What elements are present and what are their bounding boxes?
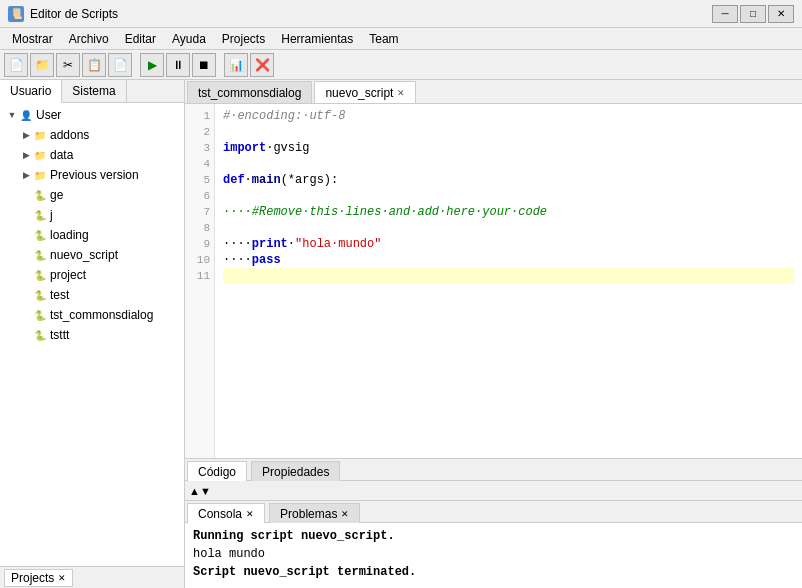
menu-ayuda[interactable]: Ayuda (164, 30, 214, 48)
tab-propiedades-label: Propiedades (262, 465, 329, 479)
tree-j[interactable]: 🐍 j (0, 205, 184, 225)
tree-ge[interactable]: 🐍 ge (0, 185, 184, 205)
tree-tsttt-label: tsttt (50, 328, 69, 342)
paste-button[interactable]: 📄 (108, 53, 132, 77)
tab-propiedades[interactable]: Propiedades (251, 461, 340, 481)
maximize-button[interactable]: □ (740, 5, 766, 23)
tree-addons-label: addons (50, 128, 89, 142)
minimize-button[interactable]: ─ (712, 5, 738, 23)
bottom-panel: Código Propiedades ▲ ▼ Consola ✕ Problem… (185, 458, 802, 588)
tab-problemas[interactable]: Problemas ✕ (269, 503, 360, 523)
tree-test-label: test (50, 288, 69, 302)
new-file-button[interactable]: 📄 (4, 53, 28, 77)
app-icon: 📜 (8, 6, 24, 22)
tree-root[interactable]: ▼ 👤 User (0, 105, 184, 125)
chart-button[interactable]: 📊 (224, 53, 248, 77)
window-controls: ─ □ ✕ (712, 5, 794, 23)
code-line-3: import·gvsig (223, 140, 794, 156)
console-line-2: hola mundo (193, 545, 794, 563)
menu-herramientas[interactable]: Herramientas (273, 30, 361, 48)
tools-button[interactable]: ❌ (250, 53, 274, 77)
console-tabs: Consola ✕ Problemas ✕ (185, 501, 802, 523)
tab-nuevo-label: nuevo_script (325, 86, 393, 100)
tree-previous-version[interactable]: ▶ 📁 Previous version (0, 165, 184, 185)
menu-archivo[interactable]: Archivo (61, 30, 117, 48)
tree-tsttt[interactable]: 🐍 tsttt (0, 325, 184, 345)
tree-project-label: project (50, 268, 86, 282)
tree-project[interactable]: 🐍 project (0, 265, 184, 285)
pause-button[interactable]: ⏸ (166, 53, 190, 77)
file-ge-icon: 🐍 (32, 187, 48, 203)
code-line-11 (223, 268, 794, 284)
code-area[interactable]: 1 2 3 4 5 6 7 8 9 10 11 #·encoding:·utf-… (185, 104, 802, 458)
expand-data[interactable]: ▶ (20, 149, 32, 161)
stop-button[interactable]: ⏹ (192, 53, 216, 77)
tab-consola-label: Consola (198, 507, 242, 521)
tab-consola-close[interactable]: ✕ (246, 509, 254, 519)
menu-editar[interactable]: Editar (117, 30, 164, 48)
code-line-8 (223, 220, 794, 236)
tab-tst-label: tst_commonsdialog (198, 86, 301, 100)
code-content: #·encoding:·utf-8 import·gvsig def·main(… (215, 104, 802, 458)
close-button[interactable]: ✕ (768, 5, 794, 23)
tab-problemas-close[interactable]: ✕ (341, 509, 349, 519)
expand-previous-version[interactable]: ▶ (20, 169, 32, 181)
code-line-1: #·encoding:·utf-8 (223, 108, 794, 124)
code-line-7: ····#Remove·this·lines·and·add·here·your… (223, 204, 794, 220)
tab-codigo-label: Código (198, 465, 236, 479)
tab-nuevo-close[interactable]: ✕ (397, 88, 405, 98)
tree-tst-label: tst_commonsdialog (50, 308, 153, 322)
copy-button[interactable]: 📋 (82, 53, 106, 77)
tree-nuevo-script[interactable]: 🐍 nuevo_script (0, 245, 184, 265)
right-panel: tst_commonsdialog nuevo_script ✕ 1 2 3 4… (185, 80, 802, 588)
left-tabs: Usuario Sistema (0, 80, 184, 103)
code-line-9: ····print·"hola·mundo" (223, 236, 794, 252)
left-panel: Usuario Sistema ▼ 👤 User ▶ 📁 addons (0, 80, 185, 588)
file-j-icon: 🐍 (32, 207, 48, 223)
menu-team[interactable]: Team (361, 30, 406, 48)
projects-tab-close[interactable]: ✕ (58, 573, 66, 583)
title-bar: 📜 Editor de Scripts ─ □ ✕ (0, 0, 802, 28)
projects-tab[interactable]: Projects ✕ (4, 569, 73, 587)
expand-root[interactable]: ▼ (6, 109, 18, 121)
tab-sistema[interactable]: Sistema (62, 80, 126, 102)
tab-usuario[interactable]: Usuario (0, 80, 62, 103)
folder-previous-icon: 📁 (32, 167, 48, 183)
tab-consola[interactable]: Consola ✕ (187, 503, 265, 523)
run-button[interactable]: ▶ (140, 53, 164, 77)
expand-addons[interactable]: ▶ (20, 129, 32, 141)
code-line-2 (223, 124, 794, 140)
line-numbers: 1 2 3 4 5 6 7 8 9 10 11 (185, 104, 215, 458)
console-line-1: Running script nuevo_script. (193, 527, 794, 545)
user-icon: 👤 (18, 107, 34, 123)
file-project-icon: 🐍 (32, 267, 48, 283)
left-bottom: Projects ✕ (0, 566, 184, 588)
open-button[interactable]: 📁 (30, 53, 54, 77)
bottom-up-button[interactable]: ▲ (189, 485, 200, 497)
bottom-down-button[interactable]: ▼ (200, 485, 211, 497)
menu-mostrar[interactable]: Mostrar (4, 30, 61, 48)
tab-codigo[interactable]: Código (187, 461, 247, 481)
code-line-10: ····pass (223, 252, 794, 268)
tab-tst-commonsdialog[interactable]: tst_commonsdialog (187, 81, 312, 103)
code-line-4 (223, 156, 794, 172)
main-area: Usuario Sistema ▼ 👤 User ▶ 📁 addons (0, 80, 802, 588)
tree-data-label: data (50, 148, 73, 162)
tree-data[interactable]: ▶ 📁 data (0, 145, 184, 165)
tree-loading[interactable]: 🐍 loading (0, 225, 184, 245)
code-props-tabs: Código Propiedades (185, 459, 802, 481)
tree-container: ▼ 👤 User ▶ 📁 addons ▶ 📁 (0, 103, 184, 566)
tree-tst[interactable]: 🐍 tst_commonsdialog (0, 305, 184, 325)
menu-projects[interactable]: Projects (214, 30, 273, 48)
folder-addons-icon: 📁 (32, 127, 48, 143)
toolbar: 📄 📁 ✂ 📋 📄 ▶ ⏸ ⏹ 📊 ❌ (0, 50, 802, 80)
tree-addons[interactable]: ▶ 📁 addons (0, 125, 184, 145)
tab-nuevo-script[interactable]: nuevo_script ✕ (314, 81, 416, 103)
cut-button[interactable]: ✂ (56, 53, 80, 77)
folder-data-icon: 📁 (32, 147, 48, 163)
tab-problemas-label: Problemas (280, 507, 337, 521)
tree-j-label: j (50, 208, 53, 222)
tree-test[interactable]: 🐍 test (0, 285, 184, 305)
tree-ge-label: ge (50, 188, 63, 202)
title-text: Editor de Scripts (30, 7, 706, 21)
